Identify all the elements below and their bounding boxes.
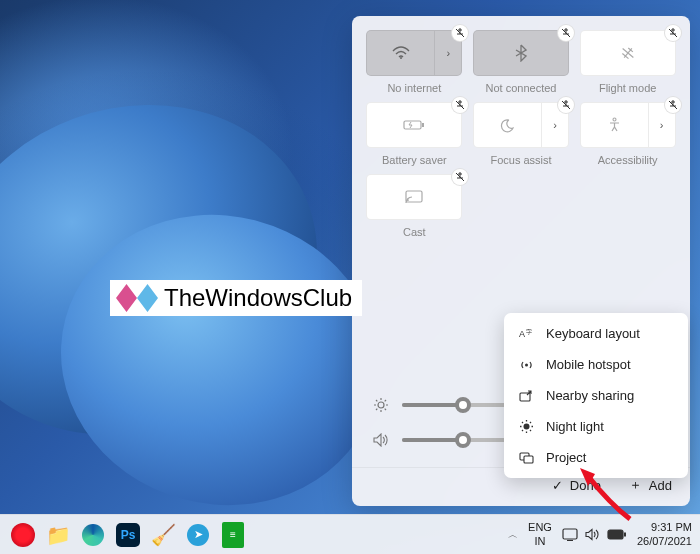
unpin-icon[interactable] <box>451 24 469 42</box>
unpin-icon[interactable] <box>451 168 469 186</box>
menu-label: Keyboard layout <box>546 326 640 341</box>
svg-rect-29 <box>563 529 577 539</box>
cast-tile[interactable]: Cast <box>366 174 463 238</box>
network-tray-icon[interactable] <box>562 528 578 541</box>
menu-item-keyboard-layout[interactable]: A字 Keyboard layout <box>504 318 688 349</box>
nightlight-icon <box>518 419 534 434</box>
language-indicator[interactable]: ENG IN <box>528 521 552 547</box>
opera-app-icon[interactable] <box>8 520 38 550</box>
share-icon <box>518 389 534 402</box>
watermark: TheWindowsClub <box>110 280 362 316</box>
brightness-icon <box>372 397 390 413</box>
svg-point-18 <box>523 424 529 430</box>
wifi-tile[interactable]: › No internet <box>366 30 463 94</box>
accessibility-label: Accessibility <box>598 154 658 166</box>
menu-label: Project <box>546 450 586 465</box>
svg-point-16 <box>525 363 528 366</box>
volume-tray-icon[interactable] <box>585 528 600 541</box>
menu-item-night-light[interactable]: Night light <box>504 411 688 442</box>
svg-rect-31 <box>608 530 623 539</box>
clock[interactable]: 9:31 PM 26/07/2021 <box>637 521 692 549</box>
flight-mode-tile[interactable]: Flight mode <box>579 30 676 94</box>
menu-label: Nearby sharing <box>546 388 634 403</box>
keyboard-icon: A字 <box>518 328 534 340</box>
wifi-expand-icon[interactable]: › <box>435 47 461 59</box>
telegram-app-icon[interactable]: ➤ <box>183 520 213 550</box>
flight-mode-label: Flight mode <box>599 82 656 94</box>
accessibility-expand-icon[interactable]: › <box>649 119 675 131</box>
lang-secondary: IN <box>528 535 552 548</box>
tray-overflow-icon[interactable]: ︿ <box>508 528 518 542</box>
focus-assist-tile[interactable]: › Focus assist <box>473 102 570 166</box>
svg-point-3 <box>613 118 616 121</box>
accessibility-icon <box>581 103 649 147</box>
svg-rect-2 <box>422 123 424 127</box>
time-text: 9:31 PM <box>637 521 692 535</box>
menu-label: Mobile hotspot <box>546 357 631 372</box>
quick-tiles-row1: › No internet Not connected <box>366 30 676 238</box>
accessibility-tile[interactable]: › Accessibility <box>579 102 676 166</box>
wifi-icon <box>367 31 435 75</box>
svg-text:字: 字 <box>526 328 532 335</box>
airplane-icon <box>619 45 637 61</box>
volume-icon <box>372 433 390 447</box>
menu-label: Night light <box>546 419 604 434</box>
svg-line-26 <box>530 422 531 423</box>
svg-line-25 <box>522 430 523 431</box>
add-menu-popup: A字 Keyboard layout Mobile hotspot Nearby… <box>504 313 688 478</box>
watermark-text: TheWindowsClub <box>164 284 352 312</box>
date-text: 26/07/2021 <box>637 535 692 549</box>
focus-expand-icon[interactable]: › <box>542 119 568 131</box>
battery-icon <box>403 119 425 131</box>
bluetooth-tile[interactable]: Not connected <box>473 30 570 94</box>
svg-line-13 <box>385 400 386 401</box>
svg-point-0 <box>400 57 402 59</box>
bluetooth-label: Not connected <box>486 82 557 94</box>
svg-point-5 <box>378 402 384 408</box>
cast-label: Cast <box>403 226 426 238</box>
svg-rect-32 <box>624 533 626 537</box>
edge-app-icon[interactable] <box>78 520 108 550</box>
unpin-icon[interactable] <box>557 96 575 114</box>
unpin-icon[interactable] <box>451 96 469 114</box>
battery-tray-icon[interactable] <box>607 529 627 540</box>
svg-line-10 <box>376 400 377 401</box>
ccleaner-app-icon[interactable]: 🧹 <box>148 520 178 550</box>
svg-line-12 <box>376 409 377 410</box>
taskbar-pinned-apps: 📁 Ps 🧹 ➤ ≡ <box>8 520 248 550</box>
file-explorer-icon[interactable]: 📁 <box>43 520 73 550</box>
watermark-logo-icon <box>116 284 158 312</box>
project-icon <box>518 452 534 464</box>
bluetooth-icon <box>515 44 527 62</box>
check-icon: ✓ <box>552 478 563 493</box>
svg-rect-28 <box>524 456 533 463</box>
svg-line-24 <box>530 430 531 431</box>
battery-saver-label: Battery saver <box>382 154 447 166</box>
moon-icon <box>474 103 542 147</box>
system-tray: ︿ ENG IN 9:31 PM 26/07/2021 <box>508 521 692 549</box>
lang-primary: ENG <box>528 521 552 534</box>
focus-assist-label: Focus assist <box>490 154 551 166</box>
menu-item-mobile-hotspot[interactable]: Mobile hotspot <box>504 349 688 380</box>
svg-text:A: A <box>519 329 525 339</box>
unpin-icon[interactable] <box>664 24 682 42</box>
libreoffice-app-icon[interactable]: ≡ <box>218 520 248 550</box>
hotspot-icon <box>518 358 534 372</box>
photoshop-app-icon[interactable]: Ps <box>113 520 143 550</box>
cast-icon <box>405 190 423 204</box>
svg-line-11 <box>385 409 386 410</box>
wifi-label: No internet <box>387 82 441 94</box>
battery-saver-tile[interactable]: Battery saver <box>366 102 463 166</box>
unpin-icon[interactable] <box>664 96 682 114</box>
add-label: Add <box>649 478 672 493</box>
annotation-arrow <box>570 464 640 524</box>
unpin-icon[interactable] <box>557 24 575 42</box>
svg-line-23 <box>522 422 523 423</box>
tray-status-icons[interactable] <box>562 528 627 541</box>
menu-item-nearby-sharing[interactable]: Nearby sharing <box>504 380 688 411</box>
